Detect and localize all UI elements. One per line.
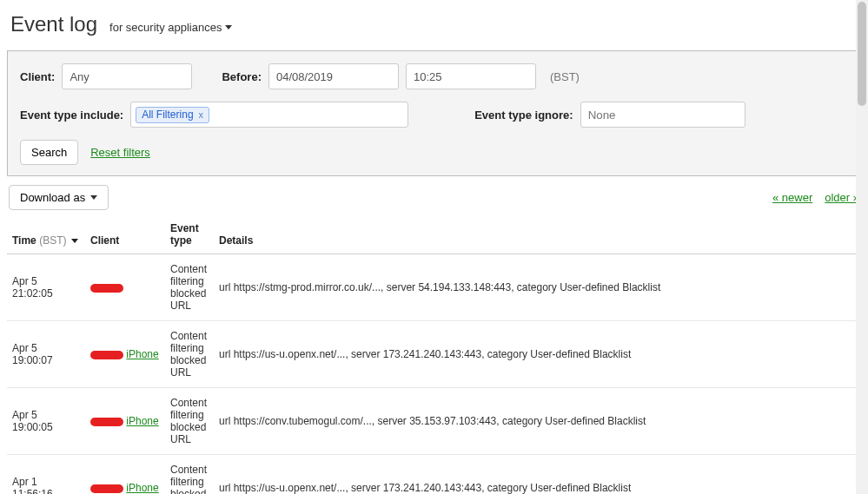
cell-details: url https://conv.tubemogul.com/..., serv… xyxy=(214,388,861,455)
col-time-tz: (BST) xyxy=(39,234,66,247)
scope-dropdown[interactable]: for security appliances xyxy=(109,21,232,34)
client-link[interactable]: iPhone xyxy=(126,348,158,360)
cell-time: Apr 1 11:56:16 xyxy=(7,455,85,495)
cell-event-type: Content filtering blocked URL xyxy=(165,455,214,495)
redacted-client-icon xyxy=(90,284,123,293)
pager: « newer older » xyxy=(772,191,859,204)
cell-event-type: Content filtering blocked URL xyxy=(165,388,214,455)
scrollbar[interactable] xyxy=(856,0,868,494)
remove-tag-icon[interactable]: x xyxy=(199,109,204,120)
cell-client: iPhone xyxy=(85,388,165,455)
event-type-ignore-input[interactable] xyxy=(580,102,745,128)
redacted-client-icon xyxy=(90,484,123,493)
download-as-dropdown[interactable]: Download as xyxy=(9,185,109,210)
cell-event-type: Content filtering blocked URL xyxy=(165,254,214,321)
table-row: Apr 5 19:00:07 iPhoneContent filtering b… xyxy=(7,321,861,388)
table-row: Apr 5 19:00:05 iPhoneContent filtering b… xyxy=(7,388,861,455)
col-time-label: Time xyxy=(12,234,36,247)
client-link[interactable]: iPhone xyxy=(126,415,158,427)
cell-details: url https://us-u.openx.net/..., server 1… xyxy=(214,455,861,495)
cell-time: Apr 5 19:00:05 xyxy=(7,388,85,455)
col-details[interactable]: Details xyxy=(214,215,861,254)
table-row: Apr 1 11:56:16 iPhoneContent filtering b… xyxy=(7,455,861,495)
filter-panel: Client: Before: (BST) Event type include… xyxy=(7,50,861,176)
search-button[interactable]: Search xyxy=(20,140,78,165)
event-table: Time (BST) Client Event type Details Apr… xyxy=(7,215,861,494)
newer-link[interactable]: « newer xyxy=(772,191,812,204)
filter-tag-label: All Filtering xyxy=(142,109,193,121)
table-row: Apr 5 21:02:05Content filtering blocked … xyxy=(7,254,861,321)
cell-client xyxy=(85,254,165,321)
client-label: Client: xyxy=(20,70,55,83)
page-title: Event log xyxy=(10,12,97,36)
col-event-type[interactable]: Event type xyxy=(165,215,214,254)
older-link[interactable]: older » xyxy=(825,191,859,204)
cell-time: Apr 5 19:00:07 xyxy=(7,321,85,388)
filter-tag-all-filtering[interactable]: All Filtering x xyxy=(136,107,209,123)
scope-label: for security appliances xyxy=(109,21,222,34)
download-label: Download as xyxy=(20,191,85,204)
cell-details: url https://stmg-prod.mirror.co.uk/..., … xyxy=(214,254,861,321)
sort-desc-icon xyxy=(71,239,78,243)
cell-client: iPhone xyxy=(85,455,165,495)
redacted-client-icon xyxy=(90,418,123,426)
include-label: Event type include: xyxy=(20,109,123,122)
ignore-label: Event type ignore: xyxy=(474,109,573,122)
scroll-thumb[interactable] xyxy=(858,2,866,106)
cell-client: iPhone xyxy=(85,321,165,388)
redacted-client-icon xyxy=(90,351,123,359)
before-label: Before: xyxy=(222,70,262,83)
cell-event-type: Content filtering blocked URL xyxy=(165,321,214,388)
reset-filters-link[interactable]: Reset filters xyxy=(90,146,150,159)
client-link[interactable]: iPhone xyxy=(126,482,158,494)
timezone-label: (BST) xyxy=(550,70,580,83)
before-time-input[interactable] xyxy=(406,63,536,89)
chevron-down-icon xyxy=(90,195,97,200)
client-input[interactable] xyxy=(62,63,192,89)
cell-time: Apr 5 21:02:05 xyxy=(7,254,85,321)
event-type-include-input[interactable]: All Filtering x xyxy=(130,102,408,128)
chevron-down-icon xyxy=(225,25,232,30)
cell-details: url https://us-u.openx.net/..., server 1… xyxy=(214,321,861,388)
before-date-input[interactable] xyxy=(268,63,399,89)
col-client[interactable]: Client xyxy=(85,215,165,254)
col-time[interactable]: Time (BST) xyxy=(7,215,85,254)
